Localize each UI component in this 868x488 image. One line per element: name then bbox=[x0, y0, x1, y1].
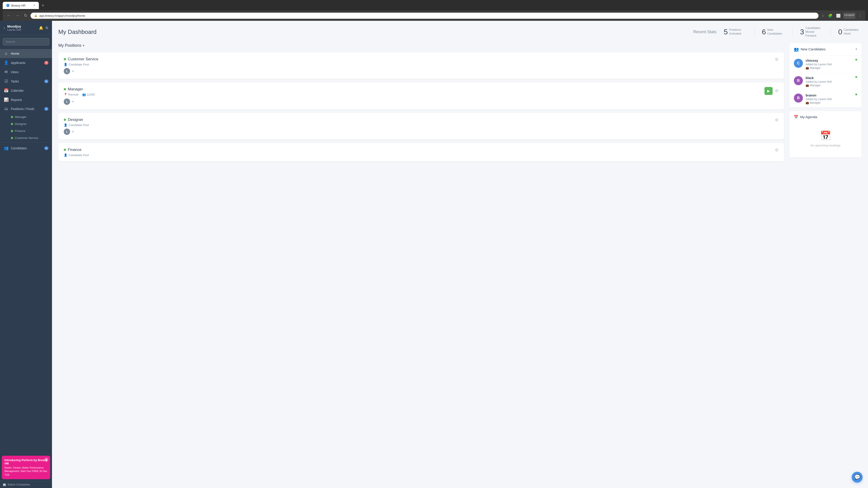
sidebar-search-container bbox=[0, 35, 52, 48]
new-candidates-dropdown[interactable]: ▾ bbox=[856, 47, 857, 51]
layout-icon[interactable]: ⬜ bbox=[835, 13, 842, 19]
page-title: My Dashboard bbox=[58, 29, 693, 35]
company-name: Moodjoy bbox=[7, 24, 37, 28]
sidebar-item-label-tasks: Tasks bbox=[11, 79, 19, 83]
position-name[interactable]: Finance bbox=[68, 148, 81, 152]
briefcase-icon: 💼 bbox=[806, 84, 809, 87]
nav-forward-button[interactable]: → bbox=[14, 12, 21, 19]
video-button[interactable]: ▶ bbox=[765, 87, 773, 95]
nav-back-button[interactable]: ← bbox=[5, 12, 12, 19]
candidate-avatar-chesssy: C bbox=[794, 59, 803, 68]
position-card-right: ⚙ bbox=[775, 57, 778, 62]
candidate-added-by: Added by Lauren Dell bbox=[806, 98, 857, 101]
nav-refresh-button[interactable]: ↻ bbox=[23, 12, 29, 19]
active-status-dot bbox=[64, 88, 66, 90]
active-dot-manager bbox=[11, 116, 13, 118]
person-icon: 👤 bbox=[64, 153, 67, 157]
position-card-right: ⚙ bbox=[775, 148, 778, 153]
promo-text: Easier, Clearer, Better Performance Mana… bbox=[4, 466, 48, 477]
main-content: My Dashboard Recent Stats 5 Positions Ac… bbox=[52, 21, 868, 488]
sidebar-item-label-home: Home bbox=[11, 52, 19, 55]
candidate-name: chesssy bbox=[806, 59, 857, 62]
stat-number-positions: 5 bbox=[724, 28, 728, 36]
position-name[interactable]: Customer Service bbox=[68, 57, 98, 61]
candidate-pool-row: 👤 Candidate Pool bbox=[64, 123, 771, 127]
positions-dropdown-button[interactable]: ▾ bbox=[83, 43, 85, 48]
sidebar-item-applicants[interactable]: 👤 Applicants 7 bbox=[0, 58, 52, 67]
sidebar-sub-item-designer[interactable]: Designer bbox=[0, 121, 52, 127]
candidate-item-chesssy[interactable]: C chesssy Added by Lauren Dell 💼 Manager bbox=[789, 56, 862, 73]
position-card-header: Customer Service bbox=[64, 57, 771, 61]
position-card-header: Finance bbox=[64, 148, 771, 152]
positions-icon: 🗂 bbox=[4, 107, 8, 111]
group-icon: 👥 bbox=[82, 93, 86, 96]
position-card-meta: 📍 Remote 👥 12345 bbox=[64, 93, 761, 96]
sidebar-item-reports[interactable]: 📊 Reports bbox=[0, 95, 52, 104]
sidebar: ‹ Moodjoy Lauren Dell 🔔 ⚙ ⌂ Home 👤 Appli… bbox=[0, 21, 52, 488]
switch-companies-button[interactable]: 🏢 Switch Companies bbox=[0, 481, 52, 488]
notification-bell-icon[interactable]: 🔔 bbox=[39, 26, 43, 30]
main-inner: My Dashboard Recent Stats 5 Positions Ac… bbox=[52, 21, 868, 170]
agenda-title: My Agenda bbox=[800, 115, 817, 119]
position-name[interactable]: Designer bbox=[68, 118, 83, 122]
pool-label: Candidate Pool bbox=[69, 63, 89, 66]
candidate-position: 💼 Manager bbox=[806, 101, 857, 104]
position-settings-button[interactable]: ⚙ bbox=[775, 148, 778, 153]
active-dot-finance bbox=[11, 130, 13, 132]
browser-tabs: Breezy HR × + bbox=[3, 2, 865, 9]
agenda-empty-text: No upcoming meetings bbox=[811, 144, 841, 147]
sidebar-nav: ⌂ Home 👤 Applicants 7 ✉ Inbox ☑ Tasks + bbox=[0, 48, 52, 454]
bookmark-icon[interactable]: ☆ bbox=[820, 13, 825, 19]
position-settings-button[interactable]: ⚙ bbox=[775, 118, 778, 123]
add-member-button[interactable]: + bbox=[72, 69, 74, 73]
group-text: 12345 bbox=[87, 93, 95, 96]
address-bar[interactable]: 🔒 app.breezy.hr/app/c/moodjoy/home bbox=[31, 13, 818, 19]
home-icon: ⌂ bbox=[4, 51, 8, 56]
stat-desc-new-candidates: New Candidates bbox=[767, 28, 785, 36]
position-card-right: ▶ ⚙ bbox=[765, 87, 778, 95]
settings-icon[interactable]: ⚙ bbox=[45, 26, 49, 30]
candidate-item-branon[interactable]: B branon Added by Lauren Dell 💼 Manager bbox=[789, 90, 862, 107]
candidate-item-black[interactable]: B black Added by Lauren Dell 💼 Manager bbox=[789, 73, 862, 90]
sidebar-sub-item-finance[interactable]: Finance bbox=[0, 127, 52, 134]
browser-nav-bar: ← → ↻ 🔒 app.breezy.hr/app/c/moodjoy/home… bbox=[3, 10, 865, 21]
promo-title: Introducing Perform by Breezy HR bbox=[4, 458, 48, 465]
sidebar-collapse-button[interactable]: ‹ bbox=[4, 26, 5, 30]
chat-button[interactable]: 💬 bbox=[852, 472, 863, 483]
sidebar-item-home[interactable]: ⌂ Home bbox=[0, 49, 52, 58]
inbox-icon: ✉ bbox=[4, 70, 8, 74]
sidebar-item-candidates[interactable]: 👥 Candidates + bbox=[0, 143, 52, 153]
extensions-icon[interactable]: 🧩 bbox=[827, 13, 833, 19]
menu-icon[interactable]: ⋮ bbox=[857, 13, 863, 19]
sidebar-header: ‹ Moodjoy Lauren Dell 🔔 ⚙ bbox=[0, 21, 52, 35]
sidebar-item-positions[interactable]: 🗂 Positions / Pools + bbox=[0, 104, 52, 113]
position-settings-button[interactable]: ⚙ bbox=[775, 57, 778, 62]
sidebar-item-inbox[interactable]: ✉ Inbox bbox=[0, 67, 52, 76]
avatar-letter: B bbox=[797, 78, 800, 83]
sidebar-sub-item-manager[interactable]: Manager bbox=[0, 113, 52, 121]
active-tab[interactable]: Breezy HR × bbox=[3, 2, 39, 9]
sidebar-item-label-reports: Reports bbox=[11, 98, 22, 102]
search-input[interactable] bbox=[3, 38, 49, 45]
agenda-calendar-icon: 📅 bbox=[794, 115, 798, 119]
applicants-badge: 7 bbox=[44, 61, 49, 65]
positions-main: My Positions ▾ Customer Service 👤 bbox=[58, 43, 784, 165]
new-candidates-header: 👥 New Candidates ▾ bbox=[789, 43, 862, 56]
tab-close-button[interactable]: × bbox=[33, 4, 35, 7]
location-meta: 📍 Remote bbox=[64, 93, 79, 96]
active-dot-designer bbox=[11, 123, 13, 125]
add-member-button[interactable]: + bbox=[72, 130, 74, 134]
position-card-header: Designer bbox=[64, 118, 771, 122]
position-name[interactable]: Manager bbox=[68, 87, 83, 92]
calendar-icon: 📅 bbox=[4, 88, 8, 93]
new-tab-button[interactable]: + bbox=[40, 2, 46, 9]
candidates-badge: + bbox=[44, 147, 49, 150]
sidebar-item-tasks[interactable]: ☑ Tasks + bbox=[0, 76, 52, 86]
promo-close-button[interactable]: × bbox=[44, 457, 49, 462]
sidebar-item-calendar[interactable]: 📅 Calendar bbox=[0, 86, 52, 95]
sidebar-sub-item-customer-service[interactable]: Customer Service bbox=[0, 134, 52, 141]
position-settings-button[interactable]: ⚙ bbox=[775, 88, 778, 93]
stat-desc-hired: Candidates Hired bbox=[844, 28, 862, 36]
add-member-button[interactable]: + bbox=[72, 100, 74, 104]
position-card-content: Designer 👤 Candidate Pool L + bbox=[64, 118, 771, 135]
